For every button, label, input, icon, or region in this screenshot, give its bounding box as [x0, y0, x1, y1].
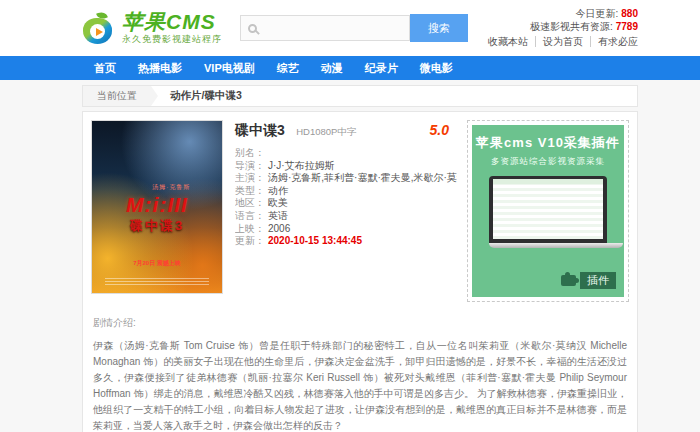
- breadcrumb: 当前位置 动作片/碟中谍3: [82, 85, 638, 107]
- movie-info: 5.0 碟中谍3 HD1080P中字 别名： 导演：J·J·艾布拉姆斯 主演：汤…: [223, 120, 467, 302]
- movie-quality-badge: HD1080P中字: [296, 126, 356, 137]
- quick-links: 收藏本站设为首页有求必应: [481, 34, 638, 49]
- field-genre: 类型：动作: [235, 185, 457, 198]
- nav-item-hot-movies[interactable]: 热播电影: [127, 61, 193, 76]
- field-cast: 主演：汤姆·克鲁斯,菲利普·塞默·霍夫曼,米歇尔·莫纳汉,乔纳森·莱斯·梅耶: [235, 172, 457, 185]
- ad-title: 苹果cms V10采集插件: [472, 134, 624, 152]
- search-box[interactable]: [240, 15, 410, 41]
- stat-total: 极速影视共有资源:7789: [481, 20, 638, 33]
- field-year: 上映：2006: [235, 223, 457, 236]
- field-language: 语言：英语: [235, 210, 457, 223]
- nav-item-anime[interactable]: 动漫: [310, 61, 354, 76]
- site-slogan: 永久免费影视建站程序: [122, 33, 222, 46]
- search-bar: 搜索: [240, 14, 468, 42]
- header: 苹果CMS 永久免费影视建站程序 搜索 今日更新:880 极速影视共有资源:77…: [0, 0, 700, 56]
- breadcrumb-path[interactable]: 动作片/碟中谍3: [170, 89, 242, 103]
- main-content: 汤姆·克鲁斯 M:i:III 碟中谍3 7月20日 震撼上映 5.0 碟中谍3 …: [82, 111, 638, 432]
- site-stats: 今日更新:880 极速影视共有资源:7789 收藏本站设为首页有求必应: [481, 7, 638, 49]
- site-title: 苹果CMS: [122, 11, 222, 32]
- main-nav: 首页 热播电影 VIP电视剧 综艺 动漫 纪录片 微电影: [0, 56, 700, 80]
- apple-logo-icon: [82, 11, 116, 45]
- field-director: 导演：J·J·艾布拉姆斯: [235, 160, 457, 173]
- ad-badge-label: 插件: [580, 272, 616, 289]
- poster-release-date: 7月20日 震撼上映: [92, 259, 222, 268]
- breadcrumb-label: 当前位置: [83, 86, 151, 106]
- search-input[interactable]: [257, 22, 409, 34]
- nav-item-documentary[interactable]: 纪录片: [354, 61, 409, 76]
- play-icon: [96, 28, 103, 36]
- poster-credits-block: [105, 278, 209, 286]
- field-alias: 别名：: [235, 147, 457, 160]
- nav-item-vip-tv[interactable]: VIP电视剧: [193, 61, 266, 76]
- stat-total-value: 7789: [616, 21, 638, 32]
- ad-subtitle: 多资源站综合影视资源采集: [472, 156, 624, 168]
- link-bookmark[interactable]: 收藏本站: [481, 36, 536, 47]
- ad-banner[interactable]: 苹果cms V10采集插件 多资源站综合影视资源采集 插件: [467, 120, 629, 302]
- link-request[interactable]: 有求必应: [591, 36, 638, 47]
- movie-poster[interactable]: 汤姆·克鲁斯 M:i:III 碟中谍3 7月20日 震撼上映: [91, 120, 223, 294]
- search-icon: [248, 24, 257, 33]
- site-logo[interactable]: 苹果CMS 永久免费影视建站程序: [82, 11, 222, 46]
- nav-item-variety[interactable]: 综艺: [266, 61, 310, 76]
- field-region: 地区：欧美: [235, 197, 457, 210]
- stat-today-value: 880: [621, 8, 638, 19]
- poster-title-en: M:i:III: [92, 193, 222, 217]
- poster-actor-name: 汤姆·克鲁斯: [92, 183, 222, 192]
- laptop-image: [489, 176, 607, 248]
- link-homepage[interactable]: 设为首页: [536, 36, 591, 47]
- nav-item-home[interactable]: 首页: [82, 61, 127, 76]
- search-button[interactable]: 搜索: [410, 14, 468, 42]
- breadcrumb-arrow-icon: [151, 86, 158, 106]
- stat-today: 今日更新:880: [481, 7, 638, 20]
- movie-rating: 5.0: [430, 122, 457, 138]
- poster-title-cn: 碟中谍3: [92, 217, 222, 235]
- puzzle-icon: [561, 275, 576, 286]
- field-updated: 更新：2020-10-15 13:44:45: [235, 235, 457, 248]
- movie-title: 碟中谍3: [235, 122, 285, 138]
- ad-plugin-badge: 插件: [561, 272, 616, 289]
- nav-item-micro-movie[interactable]: 微电影: [409, 61, 464, 76]
- synopsis-section: 剧情介绍: 伊森（汤姆·克鲁斯 Tom Cruise 饰）曾是任职于特殊部门的秘…: [91, 302, 629, 432]
- synopsis-text: 伊森（汤姆·克鲁斯 Tom Cruise 饰）曾是任职于特殊部门的秘密特工，自从…: [93, 338, 627, 432]
- synopsis-label: 剧情介绍:: [93, 316, 627, 330]
